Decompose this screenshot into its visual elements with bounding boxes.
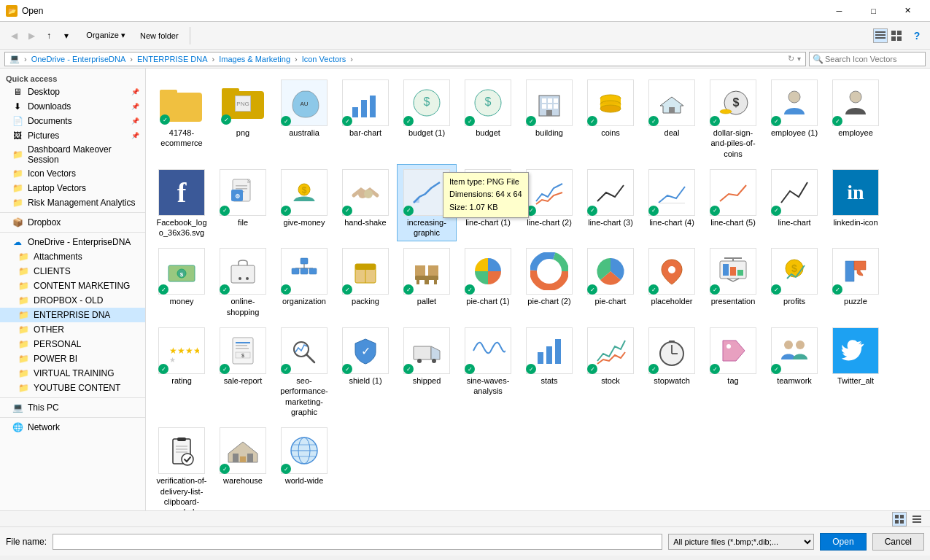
sidebar-item-virtual-training[interactable]: 📁 VIRTUAL TRAINING xyxy=(0,366,145,381)
sidebar-item-network[interactable]: 🌐 Network xyxy=(0,420,145,435)
sidebar-item-pictures[interactable]: 🖼 Pictures 📌 xyxy=(0,128,145,143)
sync-badge: ✓ xyxy=(403,364,414,374)
file-item-australia[interactable]: AU ✓ australia xyxy=(274,74,334,163)
file-item-tag[interactable]: ✓ tag xyxy=(703,322,763,421)
file-item-deal[interactable]: ✓ deal xyxy=(642,74,702,163)
sidebar-item-personal[interactable]: 📁 PERSONAL xyxy=(0,337,145,351)
file-item-budget1[interactable]: $ ✓ budget (1) xyxy=(397,74,457,163)
file-item-file[interactable]: ⚙ ✓ file xyxy=(213,164,273,242)
recent-button[interactable]: ▾ xyxy=(58,28,74,44)
file-item-warehouse[interactable]: ✓ warehouse xyxy=(213,422,273,510)
new-folder-button[interactable]: New folder xyxy=(133,26,185,46)
sidebar-item-desktop[interactable]: 🖥 Desktop 📌 xyxy=(0,85,145,99)
file-item-seo[interactable]: ✓ seo-performance-marketing-graphic xyxy=(274,322,334,421)
path-enterprise-dna[interactable]: ENTERPRISE DNA xyxy=(137,55,208,63)
forward-button[interactable]: ▶ xyxy=(23,28,39,44)
filetype-select[interactable]: All picture files (*.bmp;*.dib;... xyxy=(668,534,814,550)
path-refresh-icon[interactable]: ↻ xyxy=(788,54,794,63)
file-item-sine-waves[interactable]: ✓ sine-waves-analysis xyxy=(458,322,518,421)
sidebar-item-documents[interactable]: 📄 Documents 📌 xyxy=(0,114,145,128)
file-item-bar-chart[interactable]: ✓ bar-chart xyxy=(336,74,395,163)
sidebar-item-dashboard[interactable]: 📁 Dashboard Makeover Session xyxy=(0,143,145,166)
view-icons-button[interactable] xyxy=(889,28,904,43)
file-item-ecommerce[interactable]: ✓ 41748-ecommerce xyxy=(152,74,212,163)
sidebar-item-icon-vectors[interactable]: 📁 Icon Vectors xyxy=(0,166,145,181)
sidebar-item-clients[interactable]: 📁 CLIENTS xyxy=(0,264,145,279)
file-item-packing[interactable]: ✓ packing xyxy=(336,243,395,321)
status-details[interactable] xyxy=(910,512,924,526)
file-item-money[interactable]: $ ✓ money xyxy=(152,243,212,321)
back-button[interactable]: ◀ xyxy=(6,28,22,44)
file-item-world-wide[interactable]: ✓ world-wide xyxy=(274,422,334,510)
file-item-organization[interactable]: ✓ organization xyxy=(274,243,334,321)
view-details-button[interactable] xyxy=(873,28,888,43)
sidebar-item-dropbox[interactable]: 📦 Dropbox xyxy=(0,215,145,230)
file-item-sale-report[interactable]: $ ✓ sale-report xyxy=(213,322,273,421)
file-item-twitter[interactable]: Twitter_alt xyxy=(826,322,886,421)
cancel-button[interactable]: Cancel xyxy=(872,533,924,551)
sidebar-item-laptop-vectors[interactable]: 📁 Laptop Vectors xyxy=(0,181,145,195)
file-item-verification[interactable]: verification-of-delivery-list-clipboard-… xyxy=(152,422,212,510)
search-input[interactable] xyxy=(825,55,922,63)
file-item-facebook[interactable]: f Facebook_logo_36x36.svg xyxy=(152,164,212,242)
file-item-give-money[interactable]: $ ✓ give-money xyxy=(274,164,334,242)
file-item-shield1[interactable]: ✓ ✓ shield (1) xyxy=(336,322,395,421)
sidebar-item-this-pc[interactable]: 💻 This PC xyxy=(0,400,145,415)
maximize-button[interactable]: □ xyxy=(857,0,890,22)
file-item-stock[interactable]: ✓ stock xyxy=(581,322,640,421)
file-item-line-chart[interactable]: ✓ line-chart xyxy=(764,164,824,242)
file-item-line-chart3[interactable]: ✓ line-chart (3) xyxy=(581,164,640,242)
file-item-coins[interactable]: ✓ coins xyxy=(581,74,640,163)
path-dropdown-icon[interactable]: ▾ xyxy=(797,55,801,63)
sidebar-item-dropbox-old[interactable]: 📁 DROPBOX - OLD xyxy=(0,293,145,308)
file-item-line-chart4[interactable]: ✓ line-chart (4) xyxy=(642,164,702,242)
sidebar-item-content-marketing[interactable]: 📁 CONTENT MARKETING xyxy=(0,279,145,293)
file-item-teamwork[interactable]: ✓ teamwork xyxy=(764,322,824,421)
file-item-puzzle[interactable]: ✓ puzzle xyxy=(826,243,886,321)
file-item-increasing-graphic[interactable]: ✓ increasing-graphic Item type: PNG File… xyxy=(397,164,457,242)
sidebar-item-downloads[interactable]: ⬇ Downloads 📌 xyxy=(0,99,145,114)
sidebar-item-youtube-content[interactable]: 📁 YOUTUBE CONTENT xyxy=(0,381,145,395)
file-item-dollar-sign[interactable]: $ ✓ dollar-sign-and-piles-of-coins xyxy=(703,74,763,163)
sidebar-item-other[interactable]: 📁 OTHER xyxy=(0,322,145,337)
path-images-marketing[interactable]: Images & Marketing xyxy=(219,55,290,63)
organize-button[interactable]: Organize ▾ xyxy=(80,26,132,46)
file-name: seo-performance-marketing-graphic xyxy=(278,376,330,417)
file-item-pie-chart2[interactable]: pie-chart (2) xyxy=(519,243,579,321)
file-item-pallet[interactable]: ✓ pallet xyxy=(397,243,457,321)
file-item-stopwatch[interactable]: ✓ stopwatch xyxy=(642,322,702,421)
help-button[interactable]: ? xyxy=(910,28,924,43)
file-item-budget[interactable]: $ ✓ budget xyxy=(458,74,518,163)
close-button[interactable]: ✕ xyxy=(891,0,924,22)
sidebar-item-risk-mgmt[interactable]: 📁 Risk Management Analytics xyxy=(0,195,145,210)
minimize-button[interactable]: ─ xyxy=(823,0,856,22)
file-item-pie-chart[interactable]: ✓ pie-chart xyxy=(581,243,640,321)
open-button[interactable]: Open xyxy=(820,533,866,551)
file-item-employee[interactable]: ✓ employee xyxy=(826,74,886,163)
file-item-stats[interactable]: ✓ stats xyxy=(519,322,579,421)
file-item-shipped[interactable]: ✓ shipped xyxy=(397,322,457,421)
sidebar-item-onedrive[interactable]: ☁ OneDrive - EnterpriseDNA xyxy=(0,235,145,249)
file-item-placeholder[interactable]: ✓ placeholder xyxy=(642,243,702,321)
status-large-icons[interactable] xyxy=(892,512,907,526)
file-item-profits[interactable]: $ ✓ profits xyxy=(764,243,824,321)
file-item-pie-chart1[interactable]: ✓ pie-chart (1) xyxy=(458,243,518,321)
file-item-online-shopping[interactable]: ✓ online-shopping xyxy=(213,243,273,321)
filename-input[interactable] xyxy=(53,534,662,550)
up-button[interactable]: ↑ xyxy=(41,28,57,44)
sidebar-item-power-bi[interactable]: 📁 POWER BI xyxy=(0,351,145,366)
file-item-png[interactable]: PNG ✓ png xyxy=(213,74,273,163)
path-onedrive[interactable]: OneDrive - EnterpriseDNA xyxy=(31,55,126,63)
file-item-hand-shake[interactable]: ✓ hand-shake xyxy=(336,164,395,242)
file-item-rating[interactable]: ★★★★★ ✓ rating xyxy=(152,322,212,421)
file-item-line-chart5[interactable]: ✓ line-chart (5) xyxy=(703,164,763,242)
file-item-building[interactable]: ✓ building xyxy=(519,74,579,163)
file-item-employee1[interactable]: ✓ employee (1) xyxy=(764,74,824,163)
sidebar-item-attachments[interactable]: 📁 Attachments xyxy=(0,249,145,264)
address-path[interactable]: 💻 › OneDrive - EnterpriseDNA › ENTERPRIS… xyxy=(4,52,806,66)
search-box[interactable]: 🔍 xyxy=(809,52,926,66)
sidebar-item-enterprise-dna[interactable]: 📁 ENTERPRISE DNA xyxy=(0,308,145,322)
file-item-presentation[interactable]: ✓ presentation xyxy=(703,243,763,321)
file-item-linkedin[interactable]: in linkedin-icon xyxy=(826,164,886,242)
path-icon-vectors[interactable]: Icon Vectors xyxy=(302,55,346,63)
